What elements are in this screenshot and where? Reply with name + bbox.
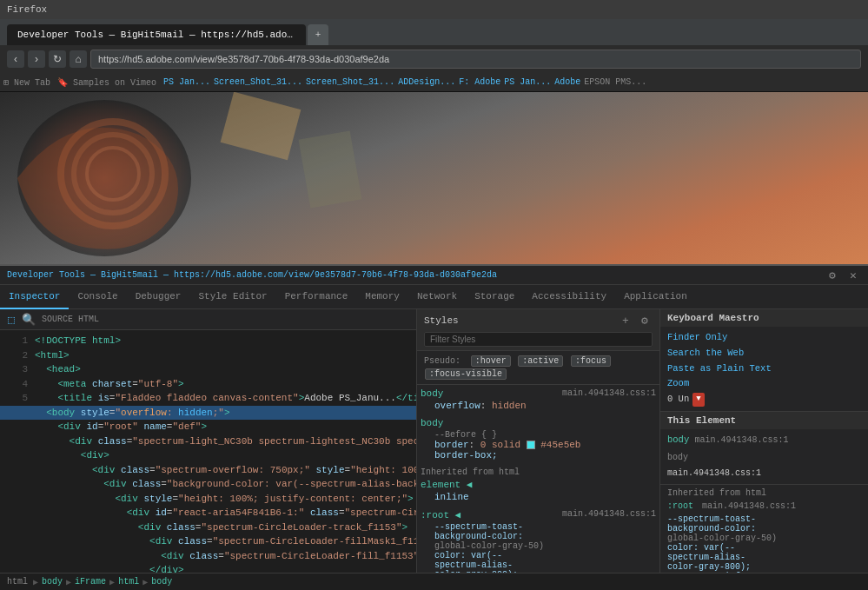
forward-button[interactable]: › [28, 50, 45, 68]
bookmark-5[interactable]: F: Adobe [459, 77, 500, 87]
tab-debugger[interactable]: Debugger [127, 285, 190, 309]
html-panel: ⬚ 🔍 SOURCE HTML 1<!DOCTYPE html> 2<html>… [0, 309, 416, 573]
tab-storage[interactable]: Storage [466, 285, 523, 309]
css-selector-body: body [421, 388, 443, 399]
bookmark-3[interactable]: Screen_Shot_31... [306, 77, 394, 87]
breadcrumb-sep-1: ▶ [33, 577, 38, 587]
titlebar-title: Firefox [7, 4, 47, 15]
devtools-panel: Developer Tools — BigHit5mail — https://… [0, 266, 868, 590]
right-panel: Keyboard Maestro Finder Only Search the … [659, 309, 868, 573]
devtools-title-link[interactable]: Developer Tools — BigHit5mail — https://… [7, 270, 497, 280]
tab-accessibility[interactable]: Accessibility [523, 285, 615, 309]
devtools-header: Developer Tools — BigHit5mail — https://… [0, 266, 868, 285]
breadcrumb-item-3[interactable]: html [118, 577, 139, 587]
tab-application[interactable]: Application [615, 285, 696, 309]
pseudo-focus[interactable]: :focus [571, 355, 611, 367]
browser-viewport [0, 92, 868, 266]
km-item-3[interactable]: Paste as Plain Text [667, 361, 861, 377]
html-line-3: 3 <head> [0, 362, 416, 377]
svg-rect-4 [221, 92, 301, 160]
html-line-div6: <div style="height: 100%; justify-conten… [0, 492, 416, 507]
tab-inspector[interactable]: Inspector [0, 285, 69, 309]
bookmark-1[interactable]: PS Jan... [163, 77, 210, 87]
search-icon[interactable]: 🔍 [21, 312, 36, 328]
overflow-badge: ▼ [692, 393, 704, 407]
html-line-div3: <div> [0, 448, 416, 463]
viewport-svg2 [217, 92, 391, 265]
filter-styles-input[interactable] [424, 332, 653, 347]
element-path: main.4941348.css:1 [667, 467, 861, 481]
pseudo-hover[interactable]: :hover [471, 355, 511, 367]
tab-performance[interactable]: Performance [276, 285, 357, 309]
css-prop-box: border-box; [421, 450, 656, 461]
inherited-label: Inherited from html [421, 467, 656, 477]
tab-performance-label: Performance [285, 291, 348, 302]
css-prop-overflow: overflow: hidden [421, 401, 656, 411]
svg-rect-5 [299, 130, 362, 208]
css-prop-border: border: 0 solid #45e5eb [421, 440, 656, 450]
browser-tab-new[interactable]: + [308, 24, 328, 45]
bookmark-2[interactable]: Screen_Shot_31... [214, 77, 302, 87]
html-line-4: 4 <meta charset="utf-8"> [0, 377, 416, 392]
css-selector-body2: body [421, 418, 656, 428]
css-var-1: --spectrum-toast- [421, 522, 656, 532]
root-rule: :root main.4941348.css:1 [667, 501, 861, 511]
tab-style-editor[interactable]: Style Editor [189, 285, 275, 309]
breadcrumb-item-4[interactable]: body [151, 577, 172, 587]
tab-console[interactable]: Console [69, 285, 126, 309]
inherited-section: Inherited from html :root main.4941348.c… [660, 484, 868, 573]
km-item-1[interactable]: Finder Only [667, 330, 861, 346]
bookmark-4[interactable]: ADDesign... [398, 77, 455, 87]
main-content: Developer Tools — BigHit5mail — https://… [0, 92, 868, 590]
devtools-content: ⬚ 🔍 SOURCE HTML 1<!DOCTYPE html> 2<html>… [0, 309, 868, 573]
html-line-div4: <div class="spectrum-overflow: 750px;" s… [0, 463, 416, 478]
back-button[interactable]: ‹ [7, 50, 24, 68]
css-settings-icon[interactable]: ⚙ [637, 313, 653, 328]
address-bar[interactable] [90, 50, 861, 69]
element-computed-label: body [667, 451, 861, 465]
tab-network[interactable]: Network [408, 285, 466, 309]
pseudo-focus-visible[interactable]: :focus-visible [425, 368, 507, 380]
browser-tab-active[interactable]: Developer Tools — BigHit5mail — https://… [7, 24, 306, 45]
tab-memory[interactable]: Memory [356, 285, 408, 309]
css-add-rule-icon[interactable]: + [618, 313, 633, 328]
breadcrumb-item-2[interactable]: iFrame [75, 577, 106, 587]
html-line-circle: <div id="react-aria54F841B6-1:" class="s… [0, 506, 416, 520]
pseudo-active[interactable]: :active [518, 355, 563, 367]
home-button[interactable]: ⌂ [70, 50, 87, 68]
bookmark-6[interactable]: PS Jan... [504, 77, 551, 87]
close-devtools-icon[interactable]: ✕ [845, 268, 861, 283]
km-content: Finder Only Search the Web Paste as Plai… [660, 327, 868, 411]
html-line-div1: <div id="root" name="def"> [0, 420, 416, 434]
viewport-bg [0, 92, 868, 264]
km-item-4[interactable]: Zoom [667, 376, 861, 392]
tab-debugger-label: Debugger [136, 291, 182, 302]
css-var-item-3: global-color-gray-50) [667, 534, 861, 543]
breadcrumb-item-1[interactable]: body [42, 577, 63, 587]
css-rule-body-box: body --Before { } border: 0 solid #45e5e… [421, 418, 656, 461]
source-label: SOURCE HTML [38, 315, 103, 324]
breadcrumb-sep-3: ▶ [109, 577, 115, 587]
breadcrumb-sep-4: ▶ [142, 577, 148, 587]
tab-style-editor-label: Style Editor [198, 291, 267, 302]
bookmark-7[interactable]: Adobe [554, 77, 580, 87]
css-var-item-5: spectrum-alias- [667, 553, 861, 562]
html-line-fill1: <div class="spectrum-CircleLoader-fillMa… [0, 534, 416, 549]
km-item-5[interactable]: 0 Un ▼ [667, 392, 861, 408]
css-var-item-6: color-gray-800); [667, 562, 861, 572]
css-selector-root: :root ◀ [421, 509, 461, 520]
html-line-5: 5 <title is="Fladdeo fladdeo canvas-cont… [0, 391, 416, 406]
tab-console-label: Console [77, 291, 117, 302]
reload-button[interactable]: ↻ [49, 50, 66, 68]
browser-tab-label: Developer Tools — BigHit5mail — https://… [17, 30, 295, 40]
css-var-4: color: var(-- [421, 551, 656, 560]
pick-element-icon[interactable]: ⬚ [3, 312, 19, 328]
bookmarks-label: ⊞ New Tab [3, 77, 50, 88]
css-var-3: global-color-gray-50) [421, 541, 656, 551]
km-item-2[interactable]: Search the Web [667, 346, 861, 361]
tab-inspector-label: Inspector [9, 291, 60, 302]
css-rule-body-inline: body main.4941348.css:1 overflow: hidden [421, 388, 656, 411]
pseudo-label: Pseudo: [424, 356, 461, 366]
pseudo-states-section: Pseudo: :hover :active :focus :focus-vis… [417, 351, 659, 385]
settings-icon[interactable]: ⚙ [825, 268, 840, 283]
